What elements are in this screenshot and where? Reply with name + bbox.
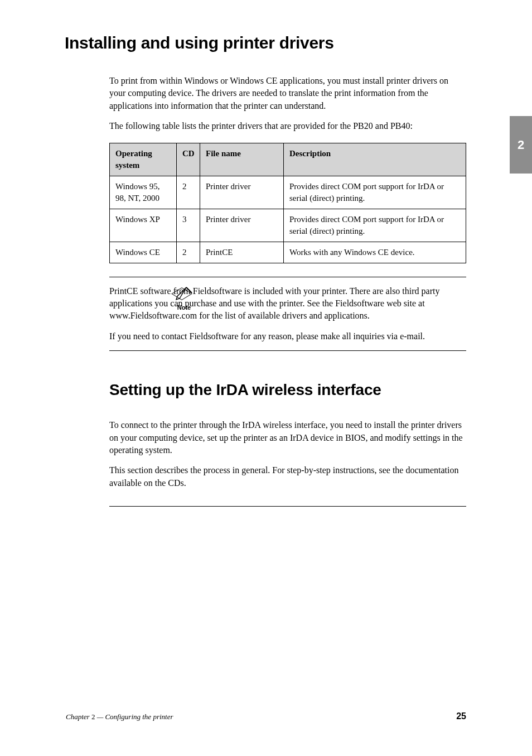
- page: 2 Installing and using printer drivers T…: [0, 0, 532, 756]
- td-os: Windows CE: [110, 242, 177, 263]
- note-icon-label: Note: [170, 304, 199, 311]
- body-bottom-rule: [109, 506, 466, 507]
- page-number: 25: [456, 711, 466, 721]
- intro-para-1: To print from within Windows or Windows …: [109, 75, 466, 112]
- td-desc: Provides direct COM port support for IrD…: [284, 176, 466, 209]
- td-desc: Provides direct COM port support for IrD…: [284, 209, 466, 242]
- table-header-row: Operating system CD File name Descriptio…: [110, 143, 466, 176]
- note-block: Note PrintCE software from Fieldsoftware…: [109, 277, 466, 351]
- td-desc: Works with any Windows CE device.: [284, 242, 466, 263]
- td-cd: 2: [177, 176, 200, 209]
- th-os: Operating system: [110, 143, 177, 176]
- note-rule-bottom: [109, 350, 466, 351]
- side-tab: 2: [510, 116, 532, 174]
- irda-para-2: This section describes the process in ge…: [109, 464, 466, 489]
- table-row: Windows 95, 98, NT, 2000 2 Printer drive…: [110, 176, 466, 209]
- table-row: Windows CE 2 PrintCE Works with any Wind…: [110, 242, 466, 263]
- footer-suffix: — Configuring the printer: [95, 712, 173, 721]
- note-para-2: If you need to contact Fieldsoftware for…: [109, 330, 466, 343]
- note-para-1: PrintCE software from Fieldsoftware is i…: [109, 285, 466, 322]
- note-icon: Note: [170, 285, 199, 311]
- section-heading-irda: Setting up the IrDA wireless interface: [109, 381, 466, 399]
- pencil-icon: [170, 285, 194, 303]
- drivers-table: Operating system CD File name Descriptio…: [109, 143, 466, 263]
- td-os: Windows XP: [110, 209, 177, 242]
- page-footer: Chapter 2 — Configuring the printer 25: [66, 711, 466, 721]
- footer-prefix: Chapter: [66, 712, 91, 721]
- irda-para-1: To connect to the printer through the Ir…: [109, 419, 466, 456]
- side-tab-number: 2: [518, 138, 524, 152]
- td-os: Windows 95, 98, NT, 2000: [110, 176, 177, 209]
- td-file: Printer driver: [200, 209, 284, 242]
- th-file: File name: [200, 143, 284, 176]
- td-cd: 2: [177, 242, 200, 263]
- note-rule-top: [109, 277, 466, 277]
- section-heading-installing: Installing and using printer drivers: [65, 33, 466, 52]
- footer-chapter: Chapter 2 — Configuring the printer: [66, 712, 173, 721]
- td-cd: 3: [177, 209, 200, 242]
- table-row: Windows XP 3 Printer driver Provides dir…: [110, 209, 466, 242]
- td-file: Printer driver: [200, 176, 284, 209]
- drivers-table-wrap: Operating system CD File name Descriptio…: [109, 143, 466, 263]
- th-desc: Description: [284, 143, 466, 176]
- td-file: PrintCE: [200, 242, 284, 263]
- intro-para-2: The following table lists the printer dr…: [109, 120, 466, 132]
- th-cd: CD: [177, 143, 200, 176]
